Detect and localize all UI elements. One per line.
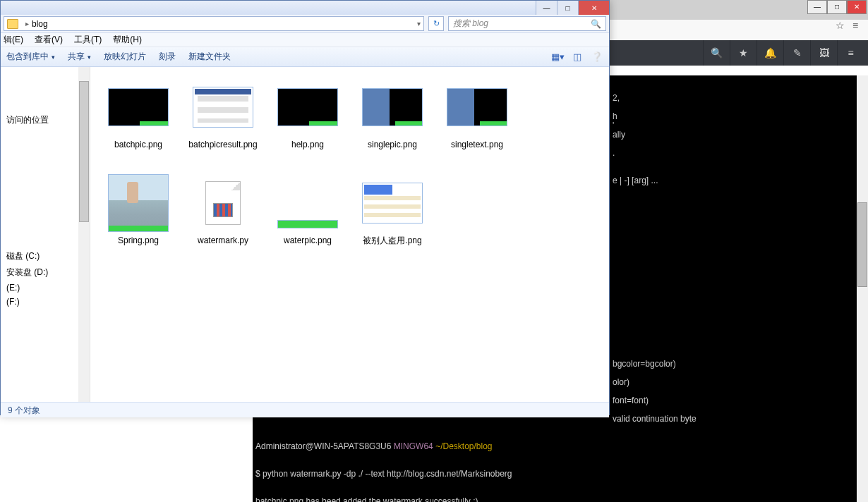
prompt-user: Administrator@WIN-5APATS8G3U6 xyxy=(255,441,391,451)
bg-maximize-button[interactable]: □ xyxy=(827,0,847,14)
view-options-icon[interactable]: ▦▾ xyxy=(550,50,565,64)
terminal-scrollbar[interactable] xyxy=(857,75,868,502)
file-item[interactable]: singletext.png xyxy=(436,74,518,167)
search-icon[interactable]: 🔍 xyxy=(703,40,730,66)
bg-close-button[interactable]: ✕ xyxy=(847,0,867,14)
bell-icon[interactable]: 🔔 xyxy=(757,40,783,66)
toolbar-include-library[interactable]: 包含到库中 xyxy=(6,51,55,63)
toolbar-burn[interactable]: 刻录 xyxy=(159,51,176,63)
preview-pane-icon[interactable]: ◫ xyxy=(569,50,585,64)
toolbar-slideshow[interactable]: 放映幻灯片 xyxy=(104,51,146,63)
explorer-sidebar: 访问的位置 磁盘 (C:) 安装盘 (D:) (E:) (F:) xyxy=(1,67,90,402)
file-name-label: watermark.py xyxy=(198,235,248,245)
explorer-window-controls: — □ ✕ xyxy=(536,1,609,15)
hamburger-icon[interactable]: ≡ xyxy=(837,40,864,66)
sidebar-recent-locations[interactable]: 访问的位置 xyxy=(1,112,90,128)
file-name-label: batchpicresult.png xyxy=(188,140,257,149)
close-button[interactable]: ✕ xyxy=(578,1,609,15)
menu-edit[interactable]: 辑(E) xyxy=(4,34,23,46)
explorer-address-row: ▸ blog ▾ ↻ 搜索 blog 🔍 xyxy=(1,15,609,33)
file-name-label: Spring.png xyxy=(118,235,159,245)
file-item[interactable]: 被别人盗用.png xyxy=(351,170,433,263)
file-thumbnail xyxy=(191,173,255,233)
menu-tools[interactable]: 工具(T) xyxy=(74,34,102,46)
explorer-statusbar: 9 个对象 xyxy=(1,402,609,417)
file-name-label: singlepic.png xyxy=(368,140,417,149)
file-item[interactable]: watermark.py xyxy=(182,170,264,263)
star-icon[interactable]: ☆ xyxy=(833,18,847,32)
toolbar-share[interactable]: 共享 xyxy=(68,51,91,63)
help-icon[interactable]: ❔ xyxy=(589,50,605,64)
search-input[interactable]: 搜索 blog 🔍 xyxy=(448,16,606,31)
explorer-body: 访问的位置 磁盘 (C:) 安装盘 (D:) (E:) (F:) batchpi… xyxy=(1,67,609,402)
prompt-path: ~/Desktop/blog xyxy=(435,441,492,451)
file-item[interactable]: batchpic.png xyxy=(97,74,179,167)
search-placeholder: 搜索 blog xyxy=(453,18,488,30)
file-name-label: help.png xyxy=(291,140,324,149)
file-grid[interactable]: batchpic.pngbatchpicresult.pnghelp.pngsi… xyxy=(90,67,609,402)
prompt-mingw: MINGW64 xyxy=(391,441,435,451)
minimize-button[interactable]: — xyxy=(536,1,557,15)
explorer-window: — □ ✕ ▸ blog ▾ ↻ 搜索 blog 🔍 辑(E) 查看(V) 工具… xyxy=(0,0,610,415)
sidebar-disk-d[interactable]: 安装盘 (D:) xyxy=(1,264,90,281)
star-icon[interactable]: ★ xyxy=(730,40,757,66)
bg-window-controls: — □ ✕ xyxy=(807,0,867,14)
menu-icon[interactable]: ≡ xyxy=(848,18,862,32)
sidebar-disk-c[interactable]: 磁盘 (C:) xyxy=(1,248,90,264)
browser-right-icons: ☆ ≡ xyxy=(833,18,862,32)
scroll-thumb[interactable] xyxy=(857,202,867,287)
menu-help[interactable]: 帮助(H) xyxy=(113,34,142,46)
file-thumbnail xyxy=(361,173,424,233)
file-item[interactable]: Spring.png xyxy=(97,170,179,263)
breadcrumb-folder[interactable]: blog xyxy=(32,19,48,29)
image-icon[interactable]: 🖼 xyxy=(810,40,837,66)
explorer-menubar: 辑(E) 查看(V) 工具(T) 帮助(H) xyxy=(1,33,609,47)
refresh-button[interactable]: ↻ xyxy=(428,16,444,31)
folder-icon xyxy=(7,19,18,29)
status-object-count: 9 个对象 xyxy=(8,405,40,415)
file-thumbnail xyxy=(107,173,170,233)
terminal-output: batchpic.png has beed added the watermar… xyxy=(253,497,868,502)
file-thumbnail xyxy=(276,173,339,233)
file-thumbnail xyxy=(107,77,170,137)
file-item[interactable]: batchpicresult.png xyxy=(182,74,264,167)
terminal-command: $ python watermark.py -dp ./ --text http… xyxy=(253,470,868,479)
address-bar[interactable]: ▸ blog ▾ xyxy=(4,16,424,31)
menu-view[interactable]: 查看(V) xyxy=(35,34,63,46)
explorer-toolbar: 包含到库中 共享 放映幻灯片 刻录 新建文件夹 ▦▾ ◫ ❔ xyxy=(1,47,609,67)
breadcrumb-sep-icon: ▸ xyxy=(25,20,29,27)
file-thumbnail xyxy=(445,77,509,137)
file-thumbnail xyxy=(361,77,424,137)
sidebar-scrollbar[interactable] xyxy=(78,67,90,402)
search-icon[interactable]: 🔍 xyxy=(591,19,601,29)
file-name-label: batchpic.png xyxy=(114,140,162,149)
file-item[interactable]: waterpic.png xyxy=(267,170,349,263)
toolbar-new-folder[interactable]: 新建文件夹 xyxy=(188,51,231,63)
file-name-label: waterpic.png xyxy=(284,235,332,245)
file-item[interactable]: help.png xyxy=(267,74,349,167)
maximize-button[interactable]: □ xyxy=(557,1,578,15)
sidebar-disk-f[interactable]: (F:) xyxy=(1,295,90,309)
sidebar-disk-e[interactable]: (E:) xyxy=(1,281,90,295)
file-name-label: 被别人盗用.png xyxy=(363,235,421,245)
file-item[interactable]: singlepic.png xyxy=(351,74,433,167)
bg-minimize-button[interactable]: — xyxy=(807,0,827,14)
edit-icon[interactable]: ✎ xyxy=(783,40,810,66)
sidebar-scroll-thumb[interactable] xyxy=(79,81,89,222)
explorer-titlebar[interactable]: — □ ✕ xyxy=(1,1,609,15)
file-thumbnail xyxy=(191,77,255,137)
chevron-down-icon[interactable]: ▾ xyxy=(417,20,421,27)
file-thumbnail xyxy=(276,77,339,137)
file-name-label: singletext.png xyxy=(451,140,503,149)
